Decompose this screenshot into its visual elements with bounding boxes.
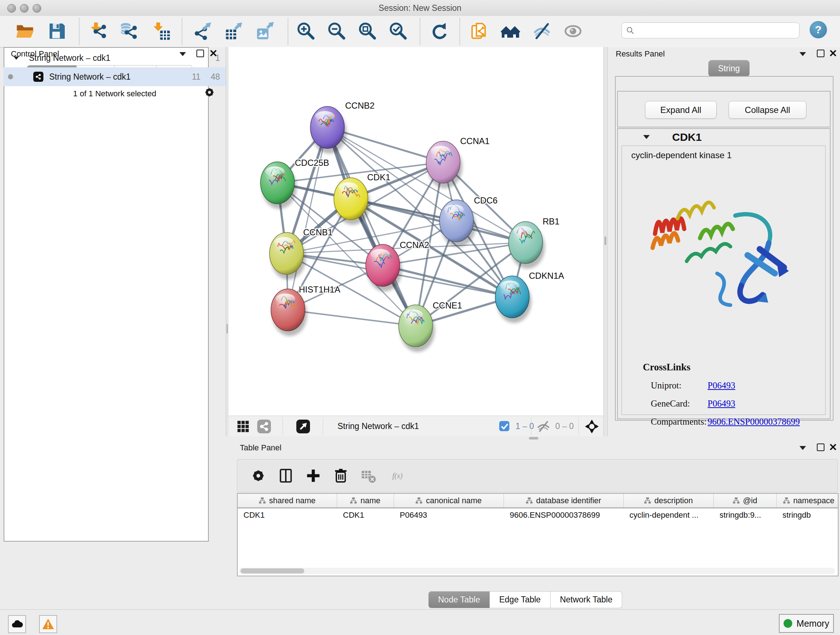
network-canvas[interactable]: CCNB2CCNA1CDC25BCDK1CDC6RB1CCNB1CCNA2CDK… (229, 47, 603, 416)
grid-overview-icon[interactable] (234, 418, 252, 435)
network-options-gear-icon[interactable] (203, 86, 216, 98)
table-cell[interactable]: cyclin-dependent ... (624, 508, 714, 522)
crosslink-label: Compartments: (651, 417, 706, 427)
close-panel-icon[interactable]: ✕ (829, 444, 837, 451)
table-splitter[interactable] (229, 436, 840, 440)
warning-icon[interactable] (39, 615, 57, 633)
network-node-CCNE1[interactable] (399, 305, 435, 352)
network-node-CCNA2[interactable] (366, 244, 402, 291)
network-node-CDKN1A[interactable] (495, 276, 531, 323)
save-session-button[interactable] (47, 21, 68, 42)
duplicate-network-button[interactable] (469, 21, 490, 42)
column-header-namespace[interactable]: namespace (777, 494, 838, 508)
open-session-button[interactable] (14, 21, 35, 42)
network-label: String Network – cdk1 (49, 72, 131, 82)
open-in-window-icon[interactable] (294, 418, 312, 435)
zoom-fit-button[interactable] (357, 21, 378, 42)
float-panel-icon[interactable] (817, 50, 824, 57)
entry-collapse-icon[interactable] (643, 135, 650, 139)
application-window: Session: New Session ? Control Panel ✕ (0, 0, 840, 635)
import-table-button[interactable] (151, 21, 172, 42)
table-add-icon[interactable] (305, 467, 322, 485)
results-panel-title: Results Panel (616, 49, 665, 59)
home-button[interactable] (500, 21, 521, 42)
zoom-in-button[interactable] (295, 21, 317, 42)
crosslink-value-link[interactable]: P06493 (707, 380, 735, 391)
column-header-database-identifier[interactable]: database identifier (504, 494, 624, 508)
toolbar-separator (79, 18, 80, 45)
column-header-id[interactable]: @id (714, 494, 777, 508)
refresh-button[interactable] (429, 21, 450, 42)
table-cell[interactable]: CDK1 (238, 508, 337, 522)
column-header-name[interactable]: name (337, 494, 394, 508)
collection-count: 1 (215, 53, 220, 63)
selected-checkbox-icon[interactable] (498, 418, 511, 435)
import-network-file-button[interactable] (88, 21, 109, 42)
table-panel-title: Table Panel (240, 443, 281, 453)
close-panel-icon[interactable]: ✕ (829, 50, 837, 57)
expand-all-button[interactable]: Expand All (645, 101, 717, 119)
search-input[interactable] (622, 22, 799, 38)
share-view-icon[interactable] (256, 418, 273, 435)
network-node-CCNB2[interactable] (310, 106, 347, 154)
cloud-icon[interactable] (8, 615, 26, 633)
tab-edge-table[interactable]: Edge Table (490, 591, 551, 608)
column-header-shared-name[interactable]: shared name (238, 494, 337, 508)
float-panel-icon[interactable] (817, 443, 824, 451)
table-cell[interactable]: stringdb:9... (714, 508, 777, 522)
table-cell[interactable]: stringdb (777, 508, 838, 522)
tab-string[interactable]: String (708, 60, 750, 77)
table-cell[interactable]: CDK1 (337, 508, 394, 522)
toolbar-separator (287, 18, 288, 45)
table-cell[interactable]: 9606.ENSP00000378699 (504, 508, 624, 522)
import-network-database-button[interactable] (118, 21, 139, 42)
table-cell[interactable]: P06493 (394, 508, 504, 522)
column-header-description[interactable]: description (624, 494, 714, 508)
table-horizontal-scrollbar[interactable] (239, 568, 835, 574)
network-node-CCNB1[interactable] (270, 233, 306, 279)
node-label-CCNB2: CCNB2 (345, 101, 374, 111)
collection-expand-icon[interactable] (14, 57, 19, 60)
network-collection-row[interactable]: String Network – cdk1 1 (4, 49, 226, 67)
right-splitter[interactable] (603, 47, 608, 436)
node-entry-box: CDK1 cyclin-dependent kinase 1 (617, 128, 831, 419)
protein-structure-image (644, 182, 803, 316)
panel-menu-icon[interactable] (799, 446, 806, 450)
export-table-button[interactable] (224, 21, 245, 42)
crosslink-value-link[interactable]: P06493 (707, 399, 735, 409)
node-label-CDK1: CDK1 (367, 172, 390, 182)
network-row-selected[interactable]: String Network – cdk1 11 48 (4, 67, 226, 86)
zoom-selected-button[interactable] (388, 21, 409, 42)
tab-network-table[interactable]: Network Table (551, 591, 622, 608)
crosslink-value-link[interactable]: 9606.ENSP00000378699 (707, 417, 800, 427)
entry-detail-box: cyclin-dependent kinase 1 (622, 146, 826, 415)
panel-menu-icon[interactable] (799, 52, 806, 56)
crosslinks-title: CrossLinks (643, 362, 691, 373)
network-view[interactable]: CCNB2CCNA1CDC25BCDK1CDC6RB1CCNB1CCNA2CDK… (229, 47, 603, 436)
show-eye-button[interactable] (562, 21, 584, 42)
table-fx-icon: f(x) (387, 467, 412, 485)
table-trash-icon[interactable] (332, 467, 349, 485)
node-label-CCNA2: CCNA2 (400, 240, 429, 250)
table-row[interactable]: CDK1CDK1P064939606.ENSP00000378699cyclin… (238, 508, 838, 522)
column-header-canonical-name[interactable]: canonical name (394, 494, 504, 508)
network-node-HIST1H1A[interactable] (271, 289, 307, 336)
network-node-RB1[interactable] (508, 222, 545, 269)
node-label-CCNE1: CCNE1 (433, 301, 462, 310)
help-button[interactable]: ? (810, 21, 827, 38)
entry-description: cyclin-dependent kinase 1 (631, 150, 732, 160)
hidden-eye-icon[interactable] (535, 418, 551, 435)
export-network-button[interactable] (193, 21, 213, 42)
target-crosshair-icon[interactable] (583, 418, 600, 435)
node-table[interactable]: shared namenamecanonical namedatabase id… (237, 493, 838, 576)
tab-node-table[interactable]: Node Table (428, 591, 490, 608)
collapse-all-button[interactable]: Collapse All (729, 101, 806, 119)
zoom-out-button[interactable] (326, 21, 347, 42)
network-node-CDC6[interactable] (439, 200, 476, 247)
table-gear-icon[interactable] (249, 467, 267, 485)
memory-label: Memory (797, 618, 829, 629)
hide-panel-button[interactable] (531, 21, 553, 42)
table-columns-icon[interactable] (277, 467, 294, 485)
memory-button[interactable]: Memory (779, 614, 834, 633)
export-image-button[interactable] (255, 21, 276, 42)
